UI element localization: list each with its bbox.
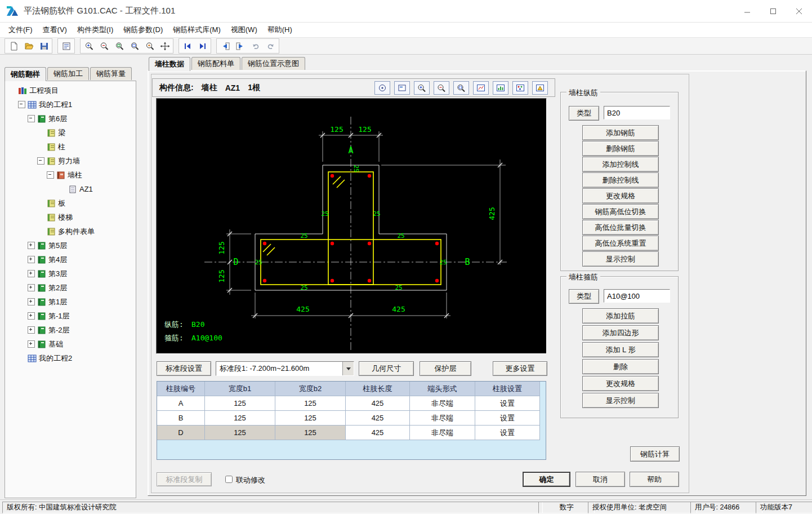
tab-wall-column-data[interactable]: 墙柱数据 — [149, 57, 190, 71]
drawing-zoom-out-button[interactable] — [434, 81, 449, 95]
drawing-zoom-window-button[interactable] — [453, 81, 469, 95]
menu-rebar-style-lib[interactable]: 钢筋样式库(M) — [168, 23, 226, 37]
tree-item-floor5[interactable]: 第5层 — [5, 238, 136, 252]
geometry-size-button[interactable]: 几何尺寸 — [359, 361, 414, 376]
stirrup-type-button[interactable]: 类型 — [569, 289, 599, 304]
tree-item-floor-b1[interactable]: 第-1层 — [5, 309, 136, 323]
width-b1-cell[interactable]: 125 — [205, 426, 275, 440]
stirrup-display-control-button[interactable]: 显示控制 — [582, 393, 659, 408]
delete-rebar-button[interactable]: 删除钢筋 — [582, 141, 659, 156]
maximize-button[interactable] — [760, 0, 786, 23]
expand-toggle[interactable] — [28, 115, 35, 122]
expand-toggle[interactable] — [28, 284, 35, 291]
dropdown-arrow-button[interactable] — [342, 362, 354, 375]
end-type-cell[interactable]: 非尽端 — [410, 411, 475, 426]
expand-toggle[interactable] — [47, 171, 54, 179]
tree-item-multi-component-form[interactable]: 多构件表单 — [5, 224, 136, 238]
tree-item-project1[interactable]: 我的工程1 — [5, 98, 136, 112]
redo-button[interactable] — [263, 39, 278, 52]
expand-toggle[interactable] — [28, 312, 35, 320]
tree-item-wall-column[interactable]: 墙柱 — [5, 168, 136, 182]
tree-item-floor6[interactable]: 第6层 — [5, 112, 136, 126]
expand-toggle[interactable] — [28, 256, 35, 263]
tab-rebar-processing[interactable]: 钢筋加工 — [47, 67, 89, 80]
rebar-calculate-button[interactable]: 钢筋计算 — [630, 446, 680, 462]
expand-toggle[interactable] — [37, 157, 44, 165]
limb-length-cell[interactable]: 425 — [346, 426, 410, 440]
undo-button[interactable] — [248, 39, 263, 52]
tree-item-project-root[interactable]: 工程项目 — [5, 83, 136, 98]
stirrup-spec-input[interactable] — [604, 289, 670, 303]
high-low-system-reset-button[interactable]: 高低位系统重置 — [582, 236, 659, 251]
tree-item-floor3[interactable]: 第3层 — [5, 267, 136, 281]
limb-settings-cell[interactable]: 设置 — [475, 426, 540, 440]
limb-settings-cell[interactable]: 设置 — [475, 411, 540, 426]
limb-id-cell[interactable]: A — [157, 396, 205, 411]
tree-item-project2[interactable]: 我的工程2 — [5, 351, 136, 365]
limb-length-cell[interactable]: 425 — [346, 396, 410, 411]
view-option-3-button[interactable] — [512, 81, 528, 95]
tree-item-foundation[interactable]: 基础 — [5, 337, 136, 351]
end-type-cell[interactable]: 非尽端 — [410, 426, 475, 440]
fit-frame-button[interactable] — [394, 81, 410, 95]
cancel-button[interactable]: 取消 — [575, 472, 625, 487]
zoom-in-button[interactable] — [81, 39, 96, 52]
locate-target-button[interactable] — [374, 81, 390, 95]
tab-rebar-position-diagram[interactable]: 钢筋位置示意图 — [242, 57, 305, 70]
help-button[interactable]: 帮助 — [630, 472, 679, 487]
component-info-button[interactable] — [59, 39, 74, 52]
delete-stirrup-button[interactable]: 删除 — [582, 359, 659, 374]
standard-segment-settings-button[interactable]: 标准段设置 — [157, 361, 211, 376]
expand-toggle[interactable] — [28, 242, 35, 249]
tree-item-shear-wall[interactable]: 剪力墙 — [5, 154, 136, 168]
cad-drawing[interactable]: 125 125 A 25 25 25 25 25 25 25 25 25 125… — [157, 99, 546, 353]
tree-item-floor4[interactable]: 第4层 — [5, 252, 136, 267]
limb-settings-cell[interactable]: 设置 — [475, 396, 540, 411]
limb-length-cell[interactable]: 425 — [346, 411, 410, 426]
copy-standard-segment-button[interactable]: 标准段复制 — [157, 472, 212, 486]
tree-item-floor-b2[interactable]: 第-2层 — [5, 323, 136, 337]
expand-toggle[interactable] — [28, 340, 35, 348]
width-b1-cell[interactable]: 125 — [205, 396, 275, 411]
more-settings-button[interactable]: 更多设置 — [493, 361, 547, 376]
menu-component-type[interactable]: 构件类型(I) — [72, 23, 118, 37]
high-low-batch-toggle-button[interactable]: 高低位批量切换 — [582, 220, 659, 235]
tree-item-floor2[interactable]: 第2层 — [5, 281, 136, 295]
longitudinal-spec-input[interactable] — [604, 106, 670, 119]
menu-view[interactable]: 查看(V) — [38, 23, 72, 37]
zoom-out-button[interactable] — [96, 39, 111, 52]
zoom-previous-button[interactable] — [142, 39, 157, 52]
longitudinal-type-button[interactable]: 类型 — [569, 106, 599, 121]
view-option-2-button[interactable] — [493, 81, 508, 95]
cover-layer-button[interactable]: 保护层 — [420, 361, 471, 376]
tree-item-slab[interactable]: 板 — [5, 196, 136, 210]
expand-toggle[interactable] — [28, 298, 35, 305]
menu-file[interactable]: 文件(F) — [3, 23, 38, 37]
tree-item-beam[interactable]: 梁 — [5, 126, 136, 140]
add-quadrilateral-button[interactable]: 添加四边形 — [582, 325, 659, 340]
linkage-checkbox[interactable] — [225, 476, 233, 483]
change-stirrup-spec-button[interactable]: 更改规格 — [582, 376, 659, 391]
zoom-window-button[interactable] — [127, 39, 142, 52]
tab-rebar-quantity[interactable]: 钢筋算量 — [90, 67, 132, 80]
delete-control-line-button[interactable]: 删除控制线 — [582, 172, 659, 188]
width-b2-cell[interactable]: 125 — [275, 426, 346, 440]
ok-button[interactable]: 确定 — [523, 472, 570, 487]
tree-item-column[interactable]: 柱 — [5, 140, 136, 154]
cad-viewport[interactable]: 125 125 A 25 25 25 25 25 25 25 25 25 125… — [156, 98, 547, 354]
add-rebar-button[interactable]: 添加钢筋 — [582, 125, 659, 140]
width-b1-cell[interactable]: 125 — [205, 411, 275, 426]
open-file-button[interactable] — [21, 39, 36, 52]
menu-help[interactable]: 帮助(H) — [262, 23, 297, 37]
menu-window[interactable]: 视图(W) — [226, 23, 262, 37]
add-l-shape-button[interactable]: 添加 L 形 — [582, 342, 659, 357]
width-b2-cell[interactable]: 125 — [275, 396, 346, 411]
drawing-zoom-in-button[interactable] — [414, 81, 430, 95]
nav-prev-button[interactable] — [217, 39, 233, 52]
add-tie-button[interactable]: 添加拉筋 — [582, 308, 659, 324]
view-option-1-button[interactable] — [473, 81, 489, 95]
nav-last-button[interactable] — [195, 39, 210, 52]
save-file-button[interactable] — [36, 39, 51, 52]
zoom-extents-button[interactable] — [111, 39, 127, 52]
change-spec-button[interactable]: 更改规格 — [582, 188, 659, 203]
